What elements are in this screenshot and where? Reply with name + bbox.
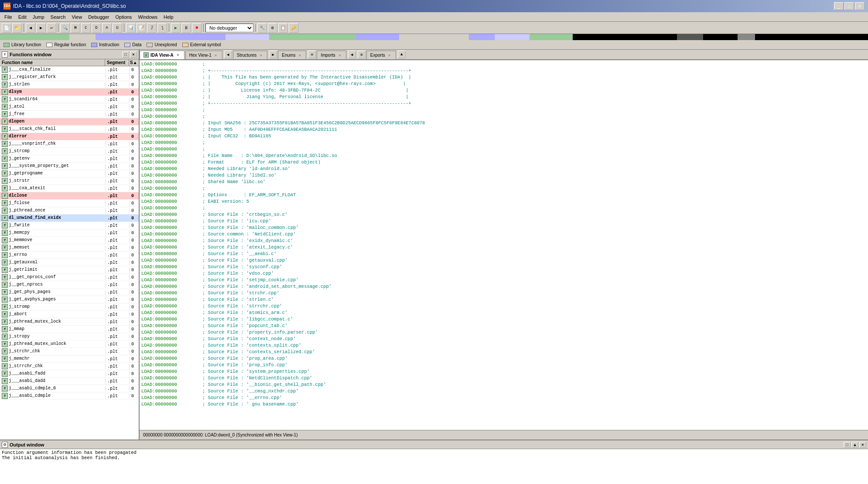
output-content[interactable]: Function argument information has been p… [0,449,868,484]
maximize-button[interactable]: □ [844,2,854,10]
menu-options[interactable]: Options [113,14,134,20]
tab-nav-arr[interactable]: ◀ [348,51,356,58]
func-row[interactable]: fj_memmove .plt 0 [0,237,139,244]
code-view[interactable]: LOAD:00000000 ; LOAD:00000000 ; +-------… [140,60,868,430]
tab-right-nav-1[interactable]: ▶ [269,51,277,58]
tab-close-exports[interactable]: × [387,53,392,58]
func-row-dl-unwind[interactable]: fdl_unwind_find_exidx .plt 0 [0,215,139,222]
xrefto-btn[interactable]: ⤵ [157,23,167,33]
panel-controls[interactable]: □ × [122,51,137,58]
func-row[interactable]: fj___system_property_get .plt 0 [0,163,139,170]
str-btn[interactable]: A [102,23,112,33]
func-row[interactable]: fj___cxa_atexit .plt 0 [0,185,139,192]
func-row[interactable]: fj_memchr .plt 0 [0,355,139,363]
menu-view[interactable]: View [69,14,85,20]
extra-btn4[interactable]: 🔑 [289,23,298,33]
extra-btn2[interactable]: ⚙ [268,23,277,33]
func-row[interactable]: fj___asabi_cdmple .plt 0 [0,392,139,400]
func-row[interactable]: fj_fclose .plt 0 [0,200,139,207]
func-row[interactable]: fj_pthread_mutex_lock .plt 0 [0,318,139,326]
func-row[interactable]: fj_fwrite .plt 0 [0,222,139,229]
menu-debugger[interactable]: Debugger [85,14,112,20]
graph-btn[interactable]: 📊 [126,23,136,33]
tab-close-ida[interactable]: × [175,52,181,58]
func-row[interactable]: fj__get_nprocs .plt 0 [0,281,139,289]
func-row[interactable]: fj_free .plt 0 [0,111,139,118]
func-row[interactable]: fj_pthread_once .plt 0 [0,207,139,215]
func-row[interactable]: fj___cxa_finalize .plt 0 [0,66,139,74]
undefine-btn[interactable]: U [113,23,122,33]
debugger-combo[interactable]: No debugger [205,24,253,32]
tab-exports[interactable]: Exports × [366,51,396,59]
func-row[interactable]: fj_memcpy .plt 0 [0,229,139,237]
func-row[interactable]: fj_strlen .plt 0 [0,81,139,89]
output-close-btn[interactable]: × [859,442,866,448]
func-row[interactable]: fj_memset .plt 0 [0,244,139,252]
tab-ida-view-a[interactable]: I IDA View-A × [140,51,185,59]
panel-pin-btn[interactable]: × [130,51,137,58]
functions-table[interactable]: Function name Segment S▲ fj___cxa_finali… [0,59,139,440]
func-row[interactable]: fj_mmap .plt 0 [0,326,139,333]
func-row[interactable]: fj_get_avphys_pages .plt 0 [0,296,139,303]
menu-edit[interactable]: Edit [16,14,29,20]
tab-icon-m[interactable]: M [308,51,316,58]
output-float-btn[interactable]: □ [844,442,851,448]
find-btn[interactable]: 🔍 [60,23,70,33]
menu-file[interactable]: File [2,14,15,20]
new-button[interactable]: 📄 [2,23,11,33]
tab-left-nav[interactable]: ◀ [224,51,232,58]
func-row-dlclose[interactable]: fdlclose .plt 0 [0,192,139,200]
func-row[interactable]: fj_scandir64 .plt 0 [0,96,139,103]
func-row[interactable]: fj_strchr_chk .plt 0 [0,348,139,355]
tab-bar[interactable]: I IDA View-A × Hex View-1 × ◀ Structures… [140,50,868,60]
tab-close-enums[interactable]: × [297,53,302,58]
func-row[interactable]: fj__get_nprocs_conf .plt 0 [0,274,139,281]
close-button[interactable]: × [855,2,865,10]
hex-btn[interactable]: H [71,23,80,33]
func-row[interactable]: fj___asabi_fadd .plt 0 [0,370,139,378]
run-btn[interactable]: ▶ [171,23,181,33]
func-row[interactable]: fj_errno .plt 0 [0,252,139,259]
minimize-button[interactable]: _ [834,2,844,10]
func-row[interactable]: fj___asabi_cdmple_0 .plt 0 [0,385,139,392]
func-row[interactable]: fj_strstr .plt 0 [0,177,139,185]
menu-jump[interactable]: Jump [30,14,47,20]
nav-back2[interactable]: ↩ [47,23,56,33]
func-row[interactable]: fj___asabi_dadd .plt 0 [0,378,139,385]
menu-windows[interactable]: Windows [135,14,160,20]
open-button[interactable]: 📂 [12,23,22,33]
func-row[interactable]: fj_get_phys_pages .plt 0 [0,289,139,296]
tab-close-imports[interactable]: × [337,53,342,58]
func-row[interactable]: fj____vsnprintf_chk .plt 0 [0,140,139,148]
data-btn[interactable]: D [92,23,101,33]
code-btn[interactable]: C [81,23,91,33]
menu-help[interactable]: Help [161,14,176,20]
extra-btn1[interactable]: 🔧 [257,23,267,33]
panel-close-btn[interactable]: □ [122,51,129,58]
window-controls[interactable]: _ □ × [834,2,865,10]
tab-scrollbar-up[interactable]: ▲ [398,51,406,58]
func-row[interactable]: fj_strcmp .plt 0 [0,148,139,155]
func-row[interactable]: fj_stromp .plt 0 [0,303,139,311]
tab-imports[interactable]: Imports × [317,51,346,59]
func-row[interactable]: fj_atol .plt 0 [0,103,139,111]
func-row[interactable]: fj_abort .plt 0 [0,311,139,318]
func-row-dlopen[interactable]: fdlopen .plt 0 [0,118,139,126]
output-panel-controls[interactable]: □ ▲ × [844,442,866,448]
nav-forward[interactable]: ▶ [36,23,46,33]
func-row[interactable]: fj_pthread_mutex_unlock .plt 0 [0,341,139,348]
extra-btn3[interactable]: 📋 [278,23,288,33]
navigation-band[interactable] [0,34,868,40]
output-max-btn[interactable]: ▲ [851,442,858,448]
func-row[interactable]: fj_strrchr_chk .plt 0 [0,363,139,370]
xref-btn[interactable]: ⤴ [147,23,157,33]
func-row[interactable]: fj_getenv .plt 0 [0,155,139,163]
func-row[interactable]: fj_stropy .plt 0 [0,333,139,341]
tab-close-hex[interactable]: × [213,53,219,58]
tab-nav-icon[interactable]: ⊞ [358,51,366,58]
stop-btn[interactable]: ■ [192,23,202,33]
tab-hex-view[interactable]: Hex View-1 × [185,51,222,59]
func-row-dlerror[interactable]: fdlerror .plt 0 [0,133,139,140]
func-row[interactable]: fj_getrlimit .plt 0 [0,266,139,274]
func-row[interactable]: fj__register_atfork .plt 0 [0,74,139,81]
